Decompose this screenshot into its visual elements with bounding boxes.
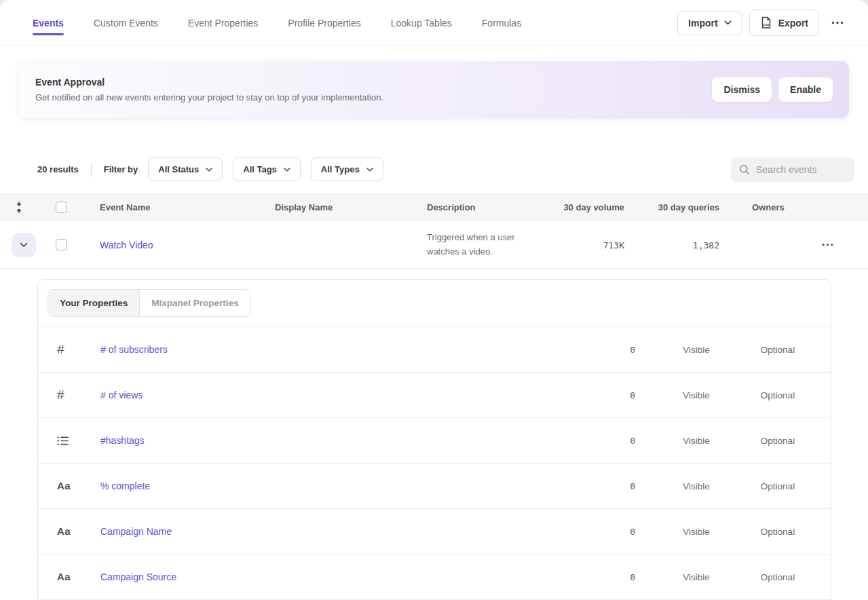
property-requirement[interactable]: Optional (737, 527, 818, 537)
nav-tabs: Events Custom Events Event Properties Pr… (33, 0, 521, 46)
top-nav: Events Custom Events Event Properties Pr… (0, 0, 868, 46)
number-type-icon: # (57, 342, 64, 356)
types-filter-dropdown[interactable]: All Types (311, 157, 383, 181)
banner-text: Event Approval Get notified on all new e… (35, 77, 383, 102)
property-name-link[interactable]: Campaign Source (100, 571, 176, 582)
collapse-all-button[interactable] (12, 199, 26, 216)
search-events-box (731, 157, 854, 182)
property-query-count: 0 (630, 436, 635, 446)
search-icon (739, 164, 750, 175)
search-input[interactable] (756, 164, 846, 175)
tab-event-properties[interactable]: Event Properties (188, 0, 259, 46)
property-requirement[interactable]: Optional (737, 390, 818, 400)
export-button[interactable]: csv Export (749, 10, 819, 36)
column-header-display-name: Display Name (275, 202, 427, 212)
event-name-link[interactable]: Watch Video (100, 240, 153, 250)
export-button-label: Export (778, 18, 808, 29)
types-filter-label: All Types (321, 164, 360, 174)
filter-by-label: Filter by (104, 164, 138, 174)
filter-bar: 20 results Filter by All Status All Tags… (37, 157, 854, 182)
chevron-down-icon (284, 168, 290, 172)
status-filter-label: All Status (158, 164, 199, 174)
property-query-count: 0 (630, 572, 635, 582)
property-requirement[interactable]: Optional (737, 436, 818, 446)
property-query-count: 0 (630, 527, 635, 537)
chevron-down-icon (206, 168, 212, 172)
property-requirement[interactable]: Optional (737, 572, 818, 582)
nav-actions: Import csv Export (677, 10, 849, 36)
lexicon-events-page: Events Custom Events Event Properties Pr… (0, 0, 868, 600)
list-type-icon (57, 436, 100, 446)
column-header-volume: 30 day volume (556, 202, 624, 212)
property-row: # # of subscribers 0 Visible Optional (38, 327, 831, 373)
property-query-count: 0 (630, 345, 635, 355)
import-button-label: Import (688, 18, 718, 29)
properties-tab-group: Your Properties Mixpanel Properties (48, 289, 251, 317)
svg-text:csv: csv (763, 22, 770, 26)
property-visibility[interactable]: Visible (656, 572, 737, 582)
number-type-icon: # (57, 388, 64, 402)
properties-tab-bar: Your Properties Mixpanel Properties (38, 280, 831, 327)
tags-filter-label: All Tags (243, 164, 277, 174)
select-all-checkbox[interactable] (56, 202, 67, 213)
banner-description: Get notified on all new events entering … (35, 92, 383, 102)
chevron-down-icon (724, 20, 732, 25)
property-row: # # of views 0 Visible Optional (38, 373, 831, 418)
property-visibility[interactable]: Visible (656, 527, 737, 537)
text-type-icon: Aa (57, 480, 71, 491)
property-query-count: 0 (630, 390, 635, 400)
tab-profile-properties[interactable]: Profile Properties (288, 0, 360, 46)
property-name-link[interactable]: #hashtags (100, 435, 145, 446)
row-more-options-button[interactable] (816, 239, 839, 250)
property-visibility[interactable]: Visible (656, 436, 737, 446)
tab-mixpanel-properties[interactable]: Mixpanel Properties (140, 290, 250, 316)
tab-formulas[interactable]: Formulas (482, 0, 521, 46)
property-row: Aa % complete 0 Visible Optional (38, 464, 831, 509)
tab-your-properties[interactable]: Your Properties (48, 290, 140, 316)
more-options-button[interactable] (826, 17, 849, 29)
property-name-link[interactable]: # of subscribers (100, 344, 168, 355)
property-row: Aa Campaign Source 0 Visible Optional (38, 555, 831, 600)
dismiss-button[interactable]: Dismiss (712, 77, 772, 102)
tab-lookup-tables[interactable]: Lookup Tables (391, 0, 452, 46)
banner-title: Event Approval (35, 77, 383, 88)
banner-actions: Dismiss Enable (712, 77, 833, 102)
select-row-checkbox[interactable] (56, 239, 67, 250)
ellipsis-icon (822, 243, 833, 246)
text-type-icon: Aa (57, 571, 71, 582)
property-requirement[interactable]: Optional (737, 345, 818, 355)
column-header-event-name: Event Name (76, 202, 275, 212)
property-requirement[interactable]: Optional (737, 481, 818, 491)
chevron-down-icon (20, 242, 28, 248)
tab-custom-events[interactable]: Custom Events (94, 0, 158, 46)
tab-events[interactable]: Events (33, 0, 64, 46)
column-header-description: Description (427, 202, 556, 212)
event-description: Triggered when a user watches a video. (427, 231, 535, 259)
property-visibility[interactable]: Visible (656, 345, 737, 355)
text-type-icon: Aa (57, 525, 71, 537)
property-row: Aa Campaign Name 0 Visible Optional (38, 509, 831, 555)
event-30day-volume: 713K (603, 240, 624, 250)
column-header-queries: 30 day queries (624, 202, 719, 212)
status-filter-dropdown[interactable]: All Status (148, 157, 223, 181)
table-row-watch-video: Watch Video Triggered when a user watche… (0, 221, 868, 269)
property-name-link[interactable]: # of views (100, 390, 143, 400)
property-query-count: 0 (630, 481, 635, 491)
property-row: #hashtags 0 Visible Optional (38, 418, 831, 464)
import-button[interactable]: Import (677, 11, 742, 35)
collapse-row-button[interactable] (12, 233, 36, 257)
collapse-vertical-icon (14, 202, 24, 213)
property-visibility[interactable]: Visible (656, 390, 737, 400)
property-visibility[interactable]: Visible (656, 481, 737, 491)
divider (91, 162, 92, 177)
property-name-link[interactable]: Campaign Name (100, 526, 172, 537)
event-approval-banner: Event Approval Get notified on all new e… (19, 61, 849, 118)
property-name-link[interactable]: % complete (100, 481, 150, 491)
events-table-header: Event Name Display Name Description 30 d… (0, 193, 868, 221)
results-count: 20 results (37, 164, 79, 174)
column-header-owners: Owners (719, 202, 794, 212)
event-30day-queries: 1,382 (693, 240, 719, 250)
enable-button[interactable]: Enable (778, 77, 833, 102)
chevron-down-icon (366, 168, 373, 172)
tags-filter-dropdown[interactable]: All Tags (233, 157, 301, 181)
